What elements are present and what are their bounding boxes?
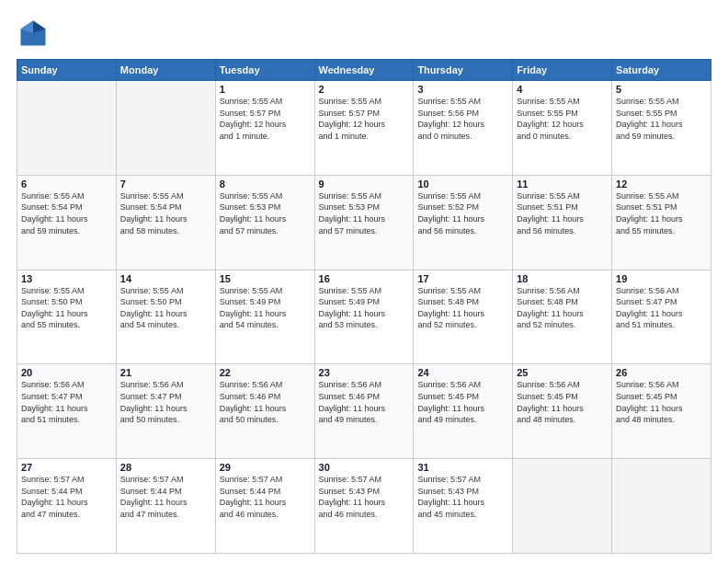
day-info: Sunrise: 5:55 AM Sunset: 5:49 PM Dayligh…: [220, 285, 311, 331]
calendar-cell: 13Sunrise: 5:55 AM Sunset: 5:50 PM Dayli…: [17, 270, 117, 364]
day-info: Sunrise: 5:55 AM Sunset: 5:54 PM Dayligh…: [21, 190, 112, 236]
day-number: 1: [220, 84, 311, 95]
day-info: Sunrise: 5:57 AM Sunset: 5:44 PM Dayligh…: [120, 474, 211, 520]
day-info: Sunrise: 5:57 AM Sunset: 5:43 PM Dayligh…: [417, 474, 508, 520]
day-number: 28: [120, 462, 211, 473]
calendar-cell: 16Sunrise: 5:55 AM Sunset: 5:49 PM Dayli…: [314, 270, 414, 364]
calendar-cell: 18Sunrise: 5:56 AM Sunset: 5:48 PM Dayli…: [513, 270, 612, 364]
day-info: Sunrise: 5:55 AM Sunset: 5:53 PM Dayligh…: [220, 190, 311, 236]
weekday-header: Saturday: [612, 60, 711, 81]
day-number: 16: [319, 273, 410, 284]
calendar-week-row: 20Sunrise: 5:56 AM Sunset: 5:47 PM Dayli…: [17, 364, 711, 459]
day-info: Sunrise: 5:56 AM Sunset: 5:45 PM Dayligh…: [616, 379, 707, 425]
day-number: 19: [616, 273, 707, 284]
weekday-header: Monday: [116, 60, 215, 81]
calendar-cell: 11Sunrise: 5:55 AM Sunset: 5:51 PM Dayli…: [513, 175, 612, 270]
calendar-cell: [17, 81, 117, 176]
day-info: Sunrise: 5:55 AM Sunset: 5:57 PM Dayligh…: [220, 96, 311, 142]
calendar-cell: 1Sunrise: 5:55 AM Sunset: 5:57 PM Daylig…: [215, 81, 314, 176]
calendar-cell: 26Sunrise: 5:56 AM Sunset: 5:45 PM Dayli…: [612, 364, 711, 459]
calendar-cell: 21Sunrise: 5:56 AM Sunset: 5:47 PM Dayli…: [116, 364, 215, 459]
day-info: Sunrise: 5:55 AM Sunset: 5:55 PM Dayligh…: [517, 96, 608, 142]
calendar-cell: 3Sunrise: 5:55 AM Sunset: 5:56 PM Daylig…: [414, 81, 513, 176]
day-info: Sunrise: 5:56 AM Sunset: 5:48 PM Dayligh…: [517, 285, 608, 331]
day-info: Sunrise: 5:55 AM Sunset: 5:51 PM Dayligh…: [616, 190, 707, 236]
day-number: 7: [120, 178, 211, 190]
calendar-week-row: 27Sunrise: 5:57 AM Sunset: 5:44 PM Dayli…: [17, 459, 711, 554]
day-info: Sunrise: 5:56 AM Sunset: 5:47 PM Dayligh…: [21, 379, 112, 425]
day-number: 30: [319, 462, 410, 473]
calendar-cell: 23Sunrise: 5:56 AM Sunset: 5:46 PM Dayli…: [314, 364, 414, 459]
weekday-header-row: SundayMondayTuesdayWednesdayThursdayFrid…: [17, 60, 711, 81]
day-number: 18: [517, 273, 608, 284]
calendar-cell: 6Sunrise: 5:55 AM Sunset: 5:54 PM Daylig…: [17, 175, 117, 270]
day-info: Sunrise: 5:55 AM Sunset: 5:57 PM Dayligh…: [319, 96, 410, 142]
day-info: Sunrise: 5:56 AM Sunset: 5:45 PM Dayligh…: [517, 379, 608, 425]
day-info: Sunrise: 5:57 AM Sunset: 5:44 PM Dayligh…: [21, 474, 112, 520]
day-number: 24: [417, 367, 508, 378]
calendar-cell: 7Sunrise: 5:55 AM Sunset: 5:54 PM Daylig…: [116, 175, 215, 270]
day-number: 20: [21, 367, 112, 378]
day-info: Sunrise: 5:55 AM Sunset: 5:50 PM Dayligh…: [120, 285, 211, 331]
calendar-cell: 22Sunrise: 5:56 AM Sunset: 5:46 PM Dayli…: [215, 364, 314, 459]
calendar-cell: 28Sunrise: 5:57 AM Sunset: 5:44 PM Dayli…: [116, 459, 215, 554]
calendar-cell: 25Sunrise: 5:56 AM Sunset: 5:45 PM Dayli…: [513, 364, 612, 459]
weekday-header: Sunday: [17, 60, 117, 81]
calendar-cell: [612, 459, 711, 554]
day-number: 10: [417, 178, 508, 190]
day-info: Sunrise: 5:56 AM Sunset: 5:47 PM Dayligh…: [616, 285, 707, 331]
day-number: 17: [417, 273, 508, 284]
day-number: 12: [616, 178, 707, 190]
day-number: 27: [21, 462, 112, 473]
day-info: Sunrise: 5:55 AM Sunset: 5:49 PM Dayligh…: [319, 285, 410, 331]
weekday-header: Wednesday: [314, 60, 414, 81]
calendar-cell: 19Sunrise: 5:56 AM Sunset: 5:47 PM Dayli…: [612, 270, 711, 364]
weekday-header: Friday: [513, 60, 612, 81]
weekday-header: Thursday: [414, 60, 513, 81]
day-number: 11: [517, 178, 608, 190]
day-number: 29: [220, 462, 311, 473]
day-info: Sunrise: 5:55 AM Sunset: 5:55 PM Dayligh…: [616, 96, 707, 142]
day-number: 5: [616, 84, 707, 95]
day-info: Sunrise: 5:55 AM Sunset: 5:48 PM Dayligh…: [417, 285, 508, 331]
calendar-cell: 31Sunrise: 5:57 AM Sunset: 5:43 PM Dayli…: [414, 459, 513, 554]
day-number: 13: [21, 273, 112, 284]
day-number: 14: [120, 273, 211, 284]
calendar-cell: 12Sunrise: 5:55 AM Sunset: 5:51 PM Dayli…: [612, 175, 711, 270]
day-info: Sunrise: 5:55 AM Sunset: 5:52 PM Dayligh…: [417, 190, 508, 236]
calendar-cell: 27Sunrise: 5:57 AM Sunset: 5:44 PM Dayli…: [17, 459, 117, 554]
day-number: 3: [417, 84, 508, 95]
day-info: Sunrise: 5:57 AM Sunset: 5:44 PM Dayligh…: [220, 474, 311, 520]
calendar-cell: [116, 81, 215, 176]
day-number: 6: [21, 178, 112, 190]
day-info: Sunrise: 5:55 AM Sunset: 5:51 PM Dayligh…: [517, 190, 608, 236]
day-info: Sunrise: 5:55 AM Sunset: 5:54 PM Dayligh…: [120, 190, 211, 236]
day-info: Sunrise: 5:56 AM Sunset: 5:46 PM Dayligh…: [319, 379, 410, 425]
logo: [17, 17, 53, 50]
calendar-week-row: 1Sunrise: 5:55 AM Sunset: 5:57 PM Daylig…: [17, 81, 711, 176]
day-number: 8: [220, 178, 311, 190]
day-number: 15: [220, 273, 311, 284]
day-info: Sunrise: 5:55 AM Sunset: 5:56 PM Dayligh…: [417, 96, 508, 142]
day-number: 21: [120, 367, 211, 378]
calendar-cell: 20Sunrise: 5:56 AM Sunset: 5:47 PM Dayli…: [17, 364, 117, 459]
calendar-week-row: 13Sunrise: 5:55 AM Sunset: 5:50 PM Dayli…: [17, 270, 711, 364]
calendar-cell: 8Sunrise: 5:55 AM Sunset: 5:53 PM Daylig…: [215, 175, 314, 270]
header: [17, 17, 711, 50]
day-number: 25: [517, 367, 608, 378]
day-number: 2: [319, 84, 410, 95]
day-info: Sunrise: 5:55 AM Sunset: 5:50 PM Dayligh…: [21, 285, 112, 331]
calendar-cell: 2Sunrise: 5:55 AM Sunset: 5:57 PM Daylig…: [314, 81, 414, 176]
day-info: Sunrise: 5:55 AM Sunset: 5:53 PM Dayligh…: [319, 190, 410, 236]
logo-icon: [17, 17, 50, 50]
calendar-cell: 24Sunrise: 5:56 AM Sunset: 5:45 PM Dayli…: [414, 364, 513, 459]
day-number: 26: [616, 367, 707, 378]
calendar-cell: [513, 459, 612, 554]
page: SundayMondayTuesdayWednesdayThursdayFrid…: [0, 0, 728, 563]
day-info: Sunrise: 5:57 AM Sunset: 5:43 PM Dayligh…: [319, 474, 410, 520]
calendar-cell: 9Sunrise: 5:55 AM Sunset: 5:53 PM Daylig…: [314, 175, 414, 270]
day-number: 4: [517, 84, 608, 95]
calendar-cell: 15Sunrise: 5:55 AM Sunset: 5:49 PM Dayli…: [215, 270, 314, 364]
calendar-week-row: 6Sunrise: 5:55 AM Sunset: 5:54 PM Daylig…: [17, 175, 711, 270]
weekday-header: Tuesday: [215, 60, 314, 81]
